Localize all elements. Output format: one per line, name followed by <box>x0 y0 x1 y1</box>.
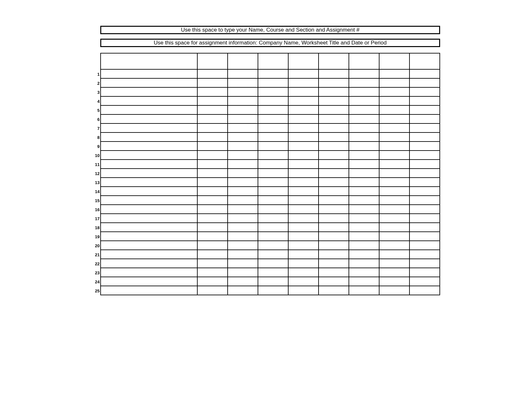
data-cell[interactable] <box>410 160 439 168</box>
data-cell[interactable] <box>289 133 319 141</box>
data-cell[interactable] <box>258 160 289 168</box>
data-cell[interactable] <box>258 250 289 259</box>
data-cell[interactable] <box>319 106 349 114</box>
data-cell[interactable] <box>289 88 319 96</box>
data-cell[interactable] <box>410 88 439 96</box>
data-cell[interactable] <box>379 178 410 186</box>
data-cell[interactable] <box>289 223 319 231</box>
data-cell[interactable] <box>228 196 258 204</box>
data-cell[interactable] <box>198 169 228 177</box>
data-cell[interactable] <box>410 286 439 295</box>
data-cell[interactable] <box>410 187 439 195</box>
data-cell[interactable] <box>289 106 319 114</box>
data-cell[interactable] <box>289 169 319 177</box>
data-cell[interactable] <box>101 97 198 105</box>
data-cell[interactable] <box>258 115 289 123</box>
data-cell[interactable] <box>101 160 198 168</box>
data-cell[interactable] <box>198 178 228 186</box>
data-cell[interactable] <box>101 178 198 186</box>
data-cell[interactable] <box>101 187 198 195</box>
data-cell[interactable] <box>319 286 349 295</box>
data-cell[interactable] <box>379 268 410 277</box>
data-cell[interactable] <box>410 106 439 114</box>
data-cell[interactable] <box>228 214 258 222</box>
data-cell[interactable] <box>319 160 349 168</box>
data-cell[interactable] <box>379 151 410 159</box>
data-cell[interactable] <box>379 97 410 105</box>
data-cell[interactable] <box>258 169 289 177</box>
data-cell[interactable] <box>349 223 379 231</box>
data-cell[interactable] <box>258 97 289 105</box>
data-cell[interactable] <box>101 79 198 87</box>
data-cell[interactable] <box>410 178 439 186</box>
data-cell[interactable] <box>289 259 319 268</box>
data-cell[interactable] <box>410 214 439 222</box>
data-cell[interactable] <box>228 151 258 159</box>
data-cell[interactable] <box>319 196 349 204</box>
data-cell[interactable] <box>198 160 228 168</box>
data-cell[interactable] <box>379 169 410 177</box>
data-cell[interactable] <box>228 187 258 195</box>
data-cell[interactable] <box>319 115 349 123</box>
data-cell[interactable] <box>101 88 198 96</box>
data-cell[interactable] <box>379 79 410 87</box>
data-cell[interactable] <box>228 286 258 295</box>
header-cell[interactable] <box>258 54 289 69</box>
data-cell[interactable] <box>410 151 439 159</box>
data-cell[interactable] <box>379 232 410 240</box>
data-cell[interactable] <box>289 286 319 295</box>
data-cell[interactable] <box>101 232 198 240</box>
data-cell[interactable] <box>379 160 410 168</box>
data-cell[interactable] <box>349 277 379 286</box>
header-cell[interactable] <box>101 54 198 69</box>
data-cell[interactable] <box>319 259 349 268</box>
data-cell[interactable] <box>319 142 349 150</box>
data-cell[interactable] <box>198 133 228 141</box>
data-cell[interactable] <box>319 151 349 159</box>
data-cell[interactable] <box>410 232 439 240</box>
data-cell[interactable] <box>349 196 379 204</box>
data-cell[interactable] <box>101 250 198 259</box>
data-cell[interactable] <box>319 79 349 87</box>
data-cell[interactable] <box>319 97 349 105</box>
data-cell[interactable] <box>258 133 289 141</box>
data-cell[interactable] <box>258 196 289 204</box>
data-cell[interactable] <box>319 214 349 222</box>
data-cell[interactable] <box>258 142 289 150</box>
data-cell[interactable] <box>198 151 228 159</box>
data-cell[interactable] <box>349 70 379 78</box>
data-cell[interactable] <box>258 277 289 286</box>
data-cell[interactable] <box>319 223 349 231</box>
data-cell[interactable] <box>410 196 439 204</box>
data-cell[interactable] <box>319 268 349 277</box>
data-cell[interactable] <box>379 115 410 123</box>
data-cell[interactable] <box>289 187 319 195</box>
data-cell[interactable] <box>410 223 439 231</box>
data-cell[interactable] <box>258 151 289 159</box>
data-cell[interactable] <box>258 241 289 250</box>
data-cell[interactable] <box>228 268 258 277</box>
data-cell[interactable] <box>198 115 228 123</box>
data-cell[interactable] <box>228 241 258 250</box>
data-cell[interactable] <box>228 232 258 240</box>
data-cell[interactable] <box>228 97 258 105</box>
data-cell[interactable] <box>349 259 379 268</box>
data-cell[interactable] <box>258 187 289 195</box>
data-cell[interactable] <box>198 286 228 295</box>
data-cell[interactable] <box>101 196 198 204</box>
data-cell[interactable] <box>410 268 439 277</box>
data-cell[interactable] <box>349 250 379 259</box>
data-cell[interactable] <box>379 70 410 78</box>
data-cell[interactable] <box>228 79 258 87</box>
data-cell[interactable] <box>379 106 410 114</box>
data-cell[interactable] <box>319 88 349 96</box>
data-cell[interactable] <box>319 205 349 213</box>
data-cell[interactable] <box>228 106 258 114</box>
data-cell[interactable] <box>198 97 228 105</box>
data-cell[interactable] <box>379 241 410 250</box>
data-cell[interactable] <box>289 97 319 105</box>
data-cell[interactable] <box>228 160 258 168</box>
data-cell[interactable] <box>198 79 228 87</box>
data-cell[interactable] <box>349 178 379 186</box>
data-cell[interactable] <box>289 124 319 132</box>
